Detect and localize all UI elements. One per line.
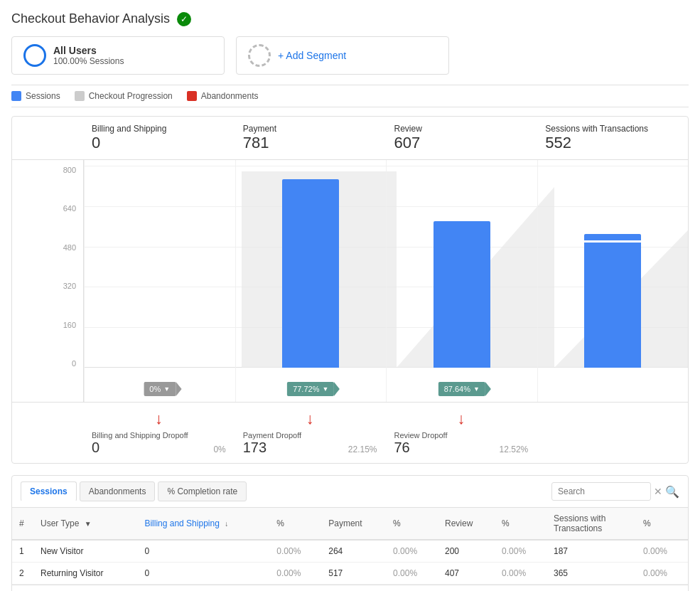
payment-arrow-down: ▼ xyxy=(322,385,328,393)
abandonments-legend-label: Abandonments xyxy=(201,91,259,101)
chart-legend: Sessions Checkout Progression Abandonmen… xyxy=(11,85,689,107)
billing-dropoff-value: 0 xyxy=(92,440,99,456)
legend-abandonments: Abandonments xyxy=(187,91,259,101)
billing-sort-icon: ↓ xyxy=(225,520,228,528)
th-transactions-pct: % xyxy=(636,508,688,540)
review-col-value: 607 xyxy=(394,134,529,152)
chart-header-transactions: Sessions with Transactions 552 xyxy=(537,117,688,159)
payment-arrow-label: 77.72% ▼ xyxy=(287,382,334,396)
row1-billing-pct: 0.00% xyxy=(269,540,321,563)
payment-arrow-badge: 77.72% ▼ xyxy=(287,382,334,396)
payment-bar-col: 77.72% ▼ xyxy=(235,160,387,402)
row1-user-type: New Visitor xyxy=(33,540,137,563)
payment-arrow-text: 77.72% xyxy=(293,385,319,393)
review-dropoff-cell: ↓ Review Dropoff 76 12.52% xyxy=(386,403,537,463)
billing-dropoff-icon: ↓ xyxy=(92,410,226,428)
payment-dropoff-value: 173 xyxy=(243,440,266,456)
search-icon[interactable]: 🔍 xyxy=(665,485,679,499)
add-segment-button[interactable]: + Add Segment xyxy=(236,36,449,75)
table-row: 1 New Visitor 0 0.00% 264 0.00% 200 0.00… xyxy=(12,540,688,563)
transactions-bar-stripe xyxy=(584,240,641,243)
clear-search-icon[interactable]: ✕ xyxy=(654,486,662,497)
row1-payment-pct: 0.00% xyxy=(386,540,438,563)
y-label-0: 0 xyxy=(18,359,76,368)
chart-header-review: Review 607 xyxy=(386,117,537,159)
row1-num: 1 xyxy=(12,540,33,563)
th-user-type[interactable]: User Type ▼ xyxy=(33,508,137,540)
review-col-name: Review xyxy=(394,124,529,134)
page-header: Checkout Behavior Analysis ✓ xyxy=(11,11,689,26)
segment-info: All Users 100.00% Sessions xyxy=(53,45,124,66)
payment-bar-wrapper: 77.72% ▼ xyxy=(236,160,387,402)
y-label-800: 800 xyxy=(18,166,76,174)
row1-transactions: 187 xyxy=(546,540,636,563)
row2-billing: 0 xyxy=(137,563,269,585)
payment-dropoff-row: 173 22.15% xyxy=(243,440,377,456)
y-label-160: 160 xyxy=(18,321,76,329)
transactions-col-value: 552 xyxy=(545,134,679,152)
row2-review-pct: 0.00% xyxy=(495,563,546,585)
th-billing-label: Billing and Shipping xyxy=(144,518,219,528)
review-dropoff-icon: ↓ xyxy=(394,410,529,428)
data-table: # User Type ▼ Billing and Shipping ↓ % P… xyxy=(12,508,688,585)
row1-transactions-pct: 0.00% xyxy=(636,540,688,563)
segment-sub: 100.00% Sessions xyxy=(53,56,124,66)
data-table-section: Sessions Abandonments % Completion rate … xyxy=(11,475,689,591)
chart-header-billing: Billing and Shipping 0 xyxy=(83,117,235,159)
review-dropoff-pct: 12.52% xyxy=(500,444,529,454)
payment-bar xyxy=(282,179,339,368)
review-bar xyxy=(434,221,490,368)
row2-payment-pct: 0.00% xyxy=(386,563,438,585)
legend-sessions: Sessions xyxy=(11,91,60,101)
segment-label: All Users xyxy=(53,45,124,56)
th-review: Review xyxy=(438,508,495,540)
billing-dropoff-label: Billing and Shipping Dropoff xyxy=(92,431,226,440)
row1-review: 200 xyxy=(438,540,495,563)
billing-arrow-down: ▼ xyxy=(163,385,170,393)
table-footer: Show rows: 10 25 50 100 Go to: 1 - 2 of … xyxy=(12,585,688,591)
row2-transactions: 365 xyxy=(546,563,636,585)
review-dropoff-row: 76 12.52% xyxy=(394,440,529,456)
billing-col-value: 0 xyxy=(92,134,226,152)
chart-bars-area: 0 160 320 480 640 800 xyxy=(12,160,688,402)
th-review-pct: % xyxy=(495,508,546,540)
search-input[interactable] xyxy=(551,482,651,501)
checkout-progression-legend-dot xyxy=(75,91,85,101)
page-title: Checkout Behavior Analysis xyxy=(11,11,170,26)
row1-payment: 264 xyxy=(321,540,386,563)
th-billing[interactable]: Billing and Shipping ↓ xyxy=(137,508,269,540)
user-type-sort-icon: ▼ xyxy=(85,520,92,528)
abandonments-legend-dot xyxy=(187,91,197,101)
th-transactions: Sessions withTransactions xyxy=(546,508,636,540)
tab-abandonments[interactable]: Abandonments xyxy=(80,481,156,501)
table-tabs-bar: Sessions Abandonments % Completion rate … xyxy=(12,476,688,508)
row1-billing: 0 xyxy=(137,540,269,563)
payment-dropoff-cell: ↓ Payment Dropoff 173 22.15% xyxy=(235,403,386,463)
th-user-type-label: User Type xyxy=(41,518,79,528)
transactions-bar-wrapper xyxy=(538,160,689,402)
th-billing-pct: % xyxy=(269,508,321,540)
chart-header-payment: Payment 781 xyxy=(235,117,386,159)
chart-column-headers: Billing and Shipping 0 Payment 781 Revie… xyxy=(12,117,688,160)
chart-header-empty xyxy=(12,117,83,159)
row2-user-type: Returning Visitor xyxy=(33,563,137,585)
dropoff-empty xyxy=(12,403,83,463)
row2-review: 407 xyxy=(438,563,495,585)
review-arrow-text: 87.64% xyxy=(444,385,470,393)
billing-arrow-badge: 0% ▼ xyxy=(144,382,176,396)
page: Checkout Behavior Analysis ✓ All Users 1… xyxy=(0,0,700,591)
review-bar-col: 87.64% ▼ xyxy=(386,160,537,402)
segments-bar: All Users 100.00% Sessions + Add Segment xyxy=(11,36,689,75)
row1-review-pct: 0.00% xyxy=(495,540,546,563)
row2-transactions-pct: 0.00% xyxy=(636,563,688,585)
payment-dropoff-label: Payment Dropoff xyxy=(243,431,377,440)
billing-dropoff-pct: 0% xyxy=(213,444,225,454)
review-dropoff-value: 76 xyxy=(394,440,410,456)
tab-completion-rate[interactable]: % Completion rate xyxy=(158,481,247,501)
segment-all-users[interactable]: All Users 100.00% Sessions xyxy=(11,36,225,75)
search-area: ✕ 🔍 xyxy=(551,482,679,501)
chart-grid: 0% ▼ 77.72% ▼ xyxy=(83,160,688,402)
row2-payment: 517 xyxy=(321,563,386,585)
tab-sessions[interactable]: Sessions xyxy=(21,481,77,501)
add-segment-label: + Add Segment xyxy=(278,50,346,61)
